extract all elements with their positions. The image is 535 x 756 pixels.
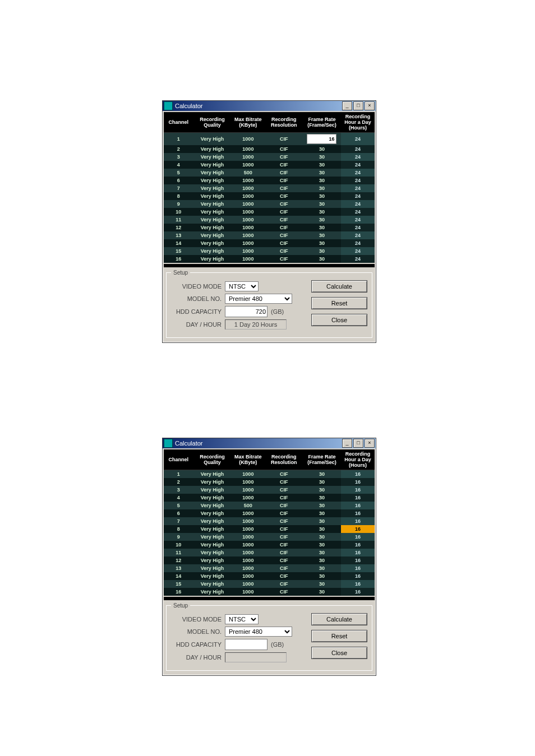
bitrate-cell[interactable]: 1000 — [231, 224, 265, 231]
video-mode-select[interactable]: NTSC — [225, 281, 259, 291]
channel-cell[interactable]: 2 — [164, 145, 193, 153]
hours-cell[interactable]: 16 — [341, 549, 375, 556]
quality-cell[interactable]: Very High — [193, 470, 232, 479]
bitrate-cell[interactable]: 500 — [231, 502, 265, 509]
frame-rate-cell[interactable]: 30 — [303, 502, 341, 509]
close-button[interactable]: Close — [311, 314, 367, 326]
resolution-cell[interactable]: CIF — [265, 247, 303, 255]
frame-rate-cell[interactable]: 30 — [303, 239, 341, 247]
reset-button[interactable]: Reset — [311, 297, 367, 309]
resolution-cell[interactable]: CIF — [265, 208, 303, 216]
channel-cell[interactable]: 6 — [164, 509, 193, 517]
channel-cell[interactable]: 13 — [164, 564, 193, 572]
hours-cell[interactable]: 24 — [341, 153, 375, 161]
quality-cell[interactable]: Very High — [193, 517, 232, 525]
hours-cell[interactable]: 16 — [341, 478, 375, 486]
hours-cell[interactable]: 24 — [341, 231, 375, 239]
hours-cell[interactable]: 24 — [341, 239, 375, 247]
hours-cell[interactable]: 16 — [341, 525, 375, 533]
quality-cell[interactable]: Very High — [193, 247, 232, 255]
quality-cell[interactable]: Very High — [193, 541, 232, 549]
bitrate-cell[interactable]: 1000 — [231, 247, 265, 255]
maximize-button[interactable]: □ — [353, 439, 363, 448]
frame-rate-cell[interactable]: 30 — [303, 169, 341, 177]
resolution-cell[interactable]: CIF — [265, 133, 303, 146]
frame-rate-cell[interactable]: 30 — [303, 541, 341, 549]
bitrate-cell[interactable]: 1000 — [231, 588, 265, 596]
quality-cell[interactable]: Very High — [193, 478, 232, 486]
resolution-cell[interactable]: CIF — [265, 486, 303, 494]
frame-rate-cell[interactable]: 30 — [303, 564, 341, 572]
frame-rate-cell[interactable]: 30 — [303, 517, 341, 525]
channel-cell[interactable]: 9 — [164, 533, 193, 541]
quality-cell[interactable]: Very High — [193, 533, 232, 541]
channel-cell[interactable]: 4 — [164, 161, 193, 169]
resolution-cell[interactable]: CIF — [265, 509, 303, 517]
frame-rate-cell[interactable]: 30 — [303, 247, 341, 255]
resolution-cell[interactable]: CIF — [265, 216, 303, 224]
frame-rate-cell[interactable]: 30 — [303, 161, 341, 169]
hours-cell[interactable]: 24 — [341, 177, 375, 184]
quality-cell[interactable]: Very High — [193, 494, 232, 502]
resolution-cell[interactable]: CIF — [265, 192, 303, 200]
resolution-cell[interactable]: CIF — [265, 255, 303, 263]
channel-cell[interactable]: 9 — [164, 200, 193, 208]
bitrate-cell[interactable]: 1000 — [231, 517, 265, 525]
resolution-cell[interactable]: CIF — [265, 470, 303, 479]
hours-cell[interactable]: 24 — [341, 133, 375, 146]
bitrate-cell[interactable]: 1000 — [231, 184, 265, 192]
bitrate-cell[interactable]: 1000 — [231, 239, 265, 247]
titlebar[interactable]: Calculator_□× — [163, 438, 376, 448]
hdd-capacity-input[interactable] — [225, 639, 268, 650]
resolution-cell[interactable]: CIF — [265, 580, 303, 588]
frame-rate-cell[interactable] — [303, 133, 341, 146]
hours-cell[interactable]: 16 — [341, 509, 375, 517]
resolution-cell[interactable]: CIF — [265, 525, 303, 533]
channel-cell[interactable]: 1 — [164, 133, 193, 146]
channel-cell[interactable]: 3 — [164, 153, 193, 161]
channel-cell[interactable]: 11 — [164, 549, 193, 556]
channel-cell[interactable]: 12 — [164, 224, 193, 231]
resolution-cell[interactable]: CIF — [265, 588, 303, 596]
quality-cell[interactable]: Very High — [193, 153, 232, 161]
frame-rate-cell[interactable]: 30 — [303, 255, 341, 263]
calculate-button[interactable]: Calculate — [311, 280, 367, 293]
quality-cell[interactable]: Very High — [193, 200, 232, 208]
frame-rate-cell[interactable]: 30 — [303, 177, 341, 184]
hours-cell[interactable]: 16 — [341, 564, 375, 572]
hours-cell[interactable]: 24 — [341, 169, 375, 177]
bitrate-cell[interactable]: 500 — [231, 169, 265, 177]
hours-cell[interactable]: 16 — [341, 580, 375, 588]
hours-cell[interactable]: 16 — [341, 556, 375, 564]
frame-rate-cell[interactable]: 30 — [303, 200, 341, 208]
frame-rate-cell[interactable]: 30 — [303, 509, 341, 517]
resolution-cell[interactable]: CIF — [265, 572, 303, 580]
hours-cell[interactable]: 24 — [341, 161, 375, 169]
bitrate-cell[interactable]: 1000 — [231, 580, 265, 588]
bitrate-cell[interactable]: 1000 — [231, 470, 265, 479]
frame-rate-cell[interactable]: 30 — [303, 192, 341, 200]
channel-cell[interactable]: 10 — [164, 541, 193, 549]
bitrate-cell[interactable]: 1000 — [231, 216, 265, 224]
resolution-cell[interactable]: CIF — [265, 517, 303, 525]
hours-cell[interactable]: 16 — [341, 588, 375, 596]
channel-cell[interactable]: 5 — [164, 169, 193, 177]
resolution-cell[interactable]: CIF — [265, 478, 303, 486]
hours-cell[interactable]: 24 — [341, 255, 375, 263]
bitrate-cell[interactable]: 1000 — [231, 133, 265, 146]
frame-rate-cell[interactable]: 30 — [303, 588, 341, 596]
hours-cell[interactable]: 16 — [341, 541, 375, 549]
model-no-select[interactable]: Premier 480 — [225, 627, 292, 637]
channel-cell[interactable]: 6 — [164, 177, 193, 184]
quality-cell[interactable]: Very High — [193, 255, 232, 263]
bitrate-cell[interactable]: 1000 — [231, 564, 265, 572]
resolution-cell[interactable]: CIF — [265, 502, 303, 509]
bitrate-cell[interactable]: 1000 — [231, 549, 265, 556]
frame-rate-cell[interactable]: 30 — [303, 486, 341, 494]
resolution-cell[interactable]: CIF — [265, 564, 303, 572]
close-button[interactable]: × — [365, 101, 375, 110]
quality-cell[interactable]: Very High — [193, 192, 232, 200]
bitrate-cell[interactable]: 1000 — [231, 509, 265, 517]
bitrate-cell[interactable]: 1000 — [231, 145, 265, 153]
resolution-cell[interactable]: CIF — [265, 533, 303, 541]
